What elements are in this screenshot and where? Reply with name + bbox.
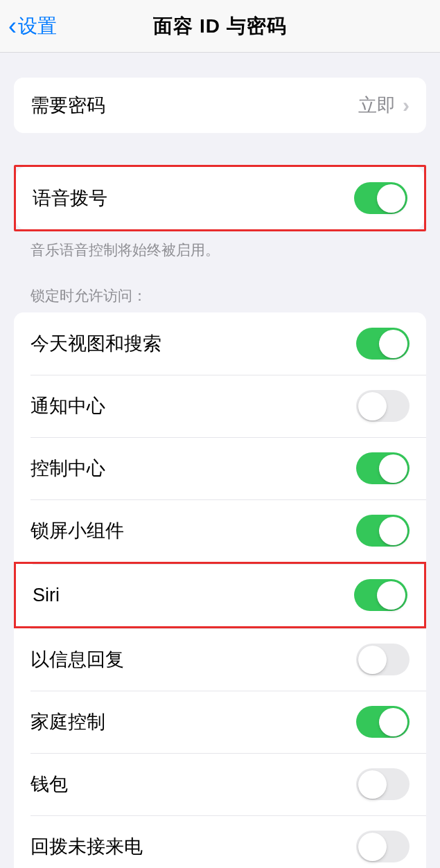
back-label: 设置 [18, 13, 57, 39]
siri-label: Siri [33, 585, 60, 606]
notification-center-toggle[interactable] [356, 390, 410, 422]
require-passcode-value: 立即 [358, 93, 396, 118]
toggle-knob [358, 392, 387, 420]
toggle-knob [379, 517, 407, 545]
chevron-right-icon: › [403, 94, 410, 117]
today-view-toggle[interactable] [356, 328, 410, 360]
require-passcode-label: 需要密码 [30, 93, 105, 118]
toggle-knob [377, 184, 405, 213]
back-button[interactable]: ‹ 设置 [0, 13, 57, 39]
siri-toggle[interactable] [354, 579, 407, 611]
wallet-toggle[interactable] [356, 768, 410, 800]
control-center-row: 控制中心 [14, 437, 426, 499]
page-title: 面容 ID 与密码 [153, 13, 287, 39]
allow-access-group: 今天视图和搜索 通知中心 控制中心 锁屏小组件 Siri [14, 312, 426, 868]
require-passcode-value-container: 立即 › [358, 93, 410, 118]
toggle-knob [358, 646, 387, 674]
wallet-label: 钱包 [30, 772, 68, 797]
control-center-label: 控制中心 [30, 456, 105, 481]
lock-screen-widgets-row: 锁屏小组件 [14, 499, 426, 562]
notification-center-row: 通知中心 [14, 375, 426, 437]
toggle-knob [377, 581, 405, 610]
wallet-row: 钱包 [14, 753, 426, 815]
reply-with-message-toggle[interactable] [356, 644, 410, 675]
highlight-voice-dial: 语音拨号 [14, 165, 426, 231]
home-control-label: 家庭控制 [30, 709, 105, 734]
notification-center-label: 通知中心 [30, 393, 105, 418]
return-missed-calls-row: 回拨未接来电 [14, 815, 426, 868]
require-passcode-row[interactable]: 需要密码 立即 › [14, 78, 426, 133]
toggle-knob [358, 833, 387, 861]
voice-dial-toggle[interactable] [354, 182, 407, 214]
today-view-row: 今天视图和搜索 [14, 312, 426, 375]
chevron-left-icon: ‹ [8, 14, 17, 39]
today-view-label: 今天视图和搜索 [30, 331, 161, 356]
allow-access-header: 锁定时允许访问： [14, 260, 426, 312]
lock-screen-widgets-label: 锁屏小组件 [30, 518, 124, 543]
return-missed-calls-label: 回拨未接来电 [30, 834, 143, 859]
toggle-knob [379, 454, 407, 483]
home-control-row: 家庭控制 [14, 691, 426, 753]
passcode-group: 需要密码 立即 › [14, 78, 426, 133]
toggle-knob [358, 770, 387, 799]
toggle-knob [379, 330, 407, 358]
toggle-knob [379, 708, 407, 736]
return-missed-calls-toggle[interactable] [356, 831, 410, 862]
control-center-toggle[interactable] [356, 452, 410, 484]
voice-dial-footer: 音乐语音控制将始终被启用。 [14, 231, 426, 260]
siri-row: Siri [14, 562, 426, 628]
navigation-bar: ‹ 设置 面容 ID 与密码 [0, 0, 440, 53]
lock-screen-widgets-toggle[interactable] [356, 515, 410, 547]
home-control-toggle[interactable] [356, 706, 410, 738]
voice-dial-row: 语音拨号 [16, 167, 424, 229]
reply-with-message-row: 以信息回复 [14, 628, 426, 691]
reply-with-message-label: 以信息回复 [30, 647, 124, 672]
voice-dial-label: 语音拨号 [33, 186, 107, 211]
voice-dial-group: 语音拨号 [16, 167, 424, 229]
